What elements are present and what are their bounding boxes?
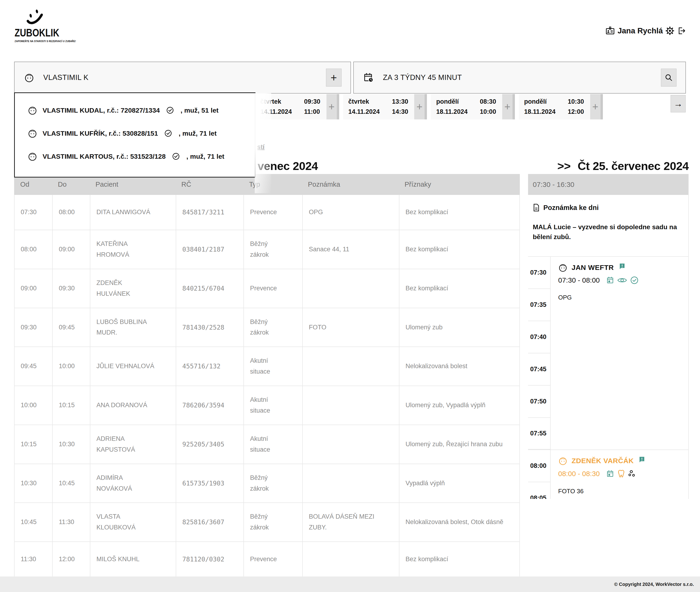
- slot-add-button[interactable]: +: [414, 94, 427, 119]
- slot-chip[interactable]: pondělí 08:30 18.11.2024 10:00 +: [431, 94, 515, 119]
- cell-pacient: DITA LANWIGOVÁ: [96, 207, 150, 218]
- appointment[interactable]: ZDENĚK VARČÁK 08:00 - 08:30 FOTO 36: [551, 450, 688, 499]
- table-row[interactable]: 09:30 09:45 LUBOŠ BUBLINA MUDR. 781430/2…: [14, 308, 520, 347]
- appointment[interactable]: JAN WEFTR 07:30 - 08:00 OPG: [551, 257, 688, 450]
- cell-rc: 840215/6704: [176, 269, 243, 308]
- face-icon: [558, 263, 568, 272]
- user-name[interactable]: Jana Rychlá: [617, 26, 663, 35]
- smiley-logo-icon: [25, 8, 51, 26]
- app-root: ZUBOKLIK ZAPOMEŇTE NA STAROSTI S REZERVA…: [0, 0, 700, 592]
- cell-typ: Akutní situace: [250, 434, 278, 455]
- slot-day: pondělí: [524, 97, 556, 106]
- table-row[interactable]: 11:30 12:00 MILOŠ KNUHL 781120/0302 Prev…: [14, 542, 520, 577]
- cell-rc: 825816/3607: [176, 503, 243, 541]
- table-row[interactable]: 09:00 09:30 ZDENĚK HULVÁNEK 840215/6704 …: [14, 269, 520, 308]
- calendar-icon[interactable]: [606, 470, 614, 478]
- patient-search-input[interactable]: [43, 73, 326, 82]
- id-card-icon[interactable]: [605, 26, 615, 36]
- col-header-poznamka: Poznámka: [302, 181, 399, 188]
- logo-title: ZUBOKLIK: [14, 26, 62, 39]
- plus-icon: +: [331, 72, 337, 83]
- logout-icon[interactable]: [677, 26, 686, 36]
- slot-add-button[interactable]: +: [590, 94, 603, 119]
- face-icon: [558, 456, 568, 465]
- appointment-note: OPG: [558, 294, 688, 301]
- cell-od: 09:00: [14, 269, 52, 308]
- patient-suggestion-dropdown: VLASTIMIL KUDAL, r.č.: 720827/1334 , muž…: [14, 92, 255, 178]
- col-header-typ: Typ: [243, 181, 302, 188]
- note-icon: [533, 203, 540, 212]
- patient-suggestion[interactable]: VLASTIMIL KARTOUS, r.č.: 531523/128 , mu…: [15, 145, 255, 168]
- col-header-priznaky: Příznaky: [399, 181, 520, 188]
- table-row[interactable]: 09:45 10:00 JŮLIE VEHNALOVÁ 455716/132 A…: [14, 347, 520, 386]
- cell-do: 09:30: [52, 269, 90, 308]
- patient-suggestion[interactable]: VLASTIMIL KUFŘÍK, r.č.: 530828/151 , muž…: [15, 122, 255, 145]
- arrow-right-icon[interactable]: →: [670, 95, 686, 112]
- cell-od: 10:15: [14, 425, 52, 463]
- slot-search-button[interactable]: [661, 69, 676, 87]
- slot-day: pondělí: [436, 97, 468, 106]
- slot-start: 09:30: [304, 97, 320, 106]
- app-logo[interactable]: ZUBOKLIK ZAPOMEŇTE NA STAROSTI S REZERVA…: [14, 8, 74, 43]
- cell-rc: 455716/132: [176, 347, 243, 386]
- cell-do: 10:15: [52, 386, 90, 425]
- table-row[interactable]: 10:45 11:30 VLASTA KLOUBKOVÁ 825816/3607…: [14, 503, 520, 542]
- table-row[interactable]: 07:30 08:00 DITA LANWIGOVÁ 845817/3211 P…: [14, 195, 520, 230]
- next-day-nav[interactable]: >>: [557, 160, 571, 172]
- cell-do: 12:00: [52, 542, 90, 577]
- badge-check-icon: [172, 152, 180, 160]
- slot-day: čtvrtek: [261, 97, 292, 106]
- table-row[interactable]: 10:30 10:45 ADIMÍRA NOVÁKOVÁ 615735/1903…: [14, 464, 520, 503]
- cell-od: 10:45: [14, 503, 52, 541]
- comment-alert-icon[interactable]: [639, 456, 645, 463]
- logo-tagline: ZAPOMEŇTE NA STAROSTI S REZERVACÍ U ZUBA…: [14, 40, 69, 43]
- cell-pacient: ADIMÍRA NOVÁKOVÁ: [96, 473, 155, 494]
- appointment-time: 08:00 - 08:30: [558, 470, 600, 478]
- slot-date: 18.11.2024: [524, 107, 556, 116]
- slot-chip[interactable]: čtvrtek 13:30 14.11.2024 14:30 +: [343, 94, 427, 119]
- cell-pacient: ADRIENA KAPUSTOVÁ: [96, 434, 155, 455]
- day-note-title-row[interactable]: Poznámka ke dni: [533, 203, 683, 212]
- patient-meta: , muž, 71 let: [179, 130, 217, 137]
- day-note-title: Poznámka ke dni: [543, 204, 599, 212]
- slot-end: 12:00: [568, 107, 584, 116]
- patient-suggestion[interactable]: VLASTIMIL KUDAL, r.č.: 720827/1334 , muž…: [15, 99, 255, 122]
- slot-search-input[interactable]: [383, 73, 661, 82]
- cell-pacient: VLASTA KLOUBKOVÁ: [96, 511, 155, 533]
- cell-do: 09:00: [52, 230, 90, 269]
- slot-start: 08:30: [480, 97, 496, 106]
- share-dots-icon[interactable]: [628, 470, 636, 478]
- slot-chip[interactable]: čtvrtek 09:30 14.11.2024 11:00 +: [255, 94, 339, 119]
- slot-chip[interactable]: pondělí 10:30 18.11.2024 12:00 +: [519, 94, 603, 119]
- table-row[interactable]: 10:00 10:15 ANA DORANOVÁ 786206/3594 Aku…: [14, 386, 520, 425]
- time-label: 07:30: [528, 257, 551, 289]
- partial-link[interactable]: stí: [257, 143, 265, 151]
- table-row[interactable]: 10:15 10:30 ADRIENA KAPUSTOVÁ 925205/340…: [14, 425, 520, 464]
- check-circle-icon[interactable]: [630, 276, 639, 285]
- eye-icon[interactable]: [617, 277, 627, 284]
- table-row[interactable]: 08:00 09:00 KATEŘINA HROMOVÁ 038401/2187…: [14, 230, 520, 269]
- cell-rc: 781430/2528: [176, 308, 243, 347]
- cell-poznamka: FOTO: [309, 322, 326, 333]
- patient-search-bar: +: [14, 62, 351, 94]
- cell-rc: 925205/3405: [176, 425, 243, 463]
- gear-icon[interactable]: [665, 26, 674, 36]
- appointment-note: FOTO 36: [558, 488, 688, 495]
- slot-add-button[interactable]: +: [326, 94, 339, 119]
- cell-rc: 615735/1903: [176, 464, 243, 503]
- cell-poznamka: Sanace 44, 11: [309, 244, 349, 255]
- cell-poznamka: OPG: [309, 207, 323, 218]
- search-icon: [664, 73, 673, 82]
- comment-alert-icon[interactable]: [619, 263, 625, 269]
- right-day-heading: >>Čt 25. červenec 2024: [528, 159, 689, 172]
- tooth-icon[interactable]: [617, 469, 625, 478]
- add-patient-button[interactable]: +: [326, 69, 341, 87]
- cell-typ: Běžný zákrok: [250, 473, 278, 494]
- calendar-icon[interactable]: [606, 276, 614, 284]
- time-label: 08:00: [528, 450, 551, 482]
- slot-add-button[interactable]: +: [502, 94, 515, 119]
- left-day-heading: venec 2024: [258, 159, 318, 172]
- col-header-rc: RČ: [175, 181, 243, 188]
- time-label: 07:50: [528, 386, 551, 418]
- badge-check-icon: [166, 106, 174, 114]
